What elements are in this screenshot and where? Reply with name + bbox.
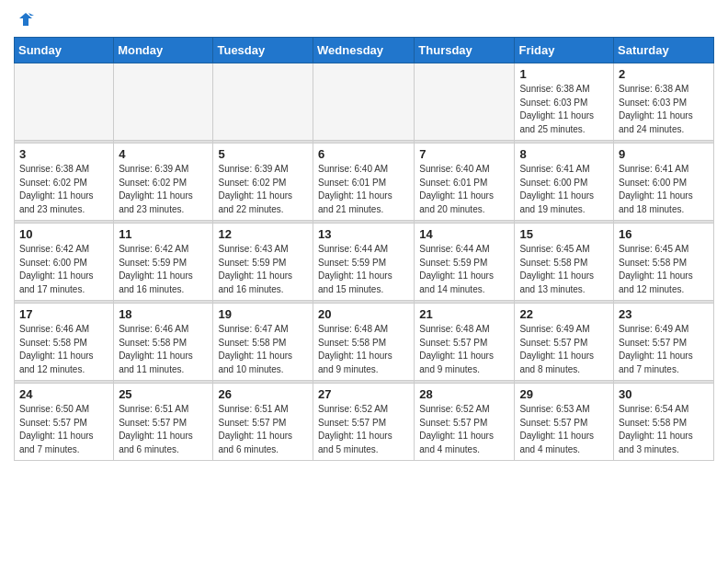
day-info: Sunrise: 6:46 AM Sunset: 5:58 PM Dayligh… [19, 323, 108, 376]
calendar-cell: 23Sunrise: 6:49 AM Sunset: 5:57 PM Dayli… [614, 304, 714, 381]
day-info: Sunrise: 6:44 AM Sunset: 5:59 PM Dayligh… [419, 243, 509, 296]
calendar-cell [114, 63, 213, 141]
day-number: 9 [619, 147, 709, 161]
calendar-cell: 9Sunrise: 6:41 AM Sunset: 6:00 PM Daylig… [614, 144, 714, 221]
calendar-cell: 30Sunrise: 6:54 AM Sunset: 5:58 PM Dayli… [614, 384, 714, 461]
day-number: 23 [619, 307, 709, 321]
calendar-cell: 27Sunrise: 6:52 AM Sunset: 5:57 PM Dayli… [313, 384, 415, 461]
day-info: Sunrise: 6:39 AM Sunset: 6:02 PM Dayligh… [218, 163, 308, 216]
day-number: 3 [19, 147, 108, 161]
calendar-cell: 6Sunrise: 6:40 AM Sunset: 6:01 PM Daylig… [313, 144, 415, 221]
calendar-cell: 3Sunrise: 6:38 AM Sunset: 6:02 PM Daylig… [15, 144, 114, 221]
page: SundayMondayTuesdayWednesdayThursdayFrid… [0, 0, 728, 475]
calendar-cell: 4Sunrise: 6:39 AM Sunset: 6:02 PM Daylig… [114, 144, 213, 221]
day-info: Sunrise: 6:51 AM Sunset: 5:57 PM Dayligh… [119, 403, 208, 456]
day-info: Sunrise: 6:39 AM Sunset: 6:02 PM Dayligh… [119, 163, 208, 216]
day-info: Sunrise: 6:40 AM Sunset: 6:01 PM Dayligh… [318, 163, 409, 216]
day-info: Sunrise: 6:48 AM Sunset: 5:57 PM Dayligh… [419, 323, 509, 376]
calendar-cell: 25Sunrise: 6:51 AM Sunset: 5:57 PM Dayli… [114, 384, 213, 461]
calendar-cell: 28Sunrise: 6:52 AM Sunset: 5:57 PM Dayli… [415, 384, 515, 461]
calendar-cell: 14Sunrise: 6:44 AM Sunset: 5:59 PM Dayli… [415, 224, 515, 301]
day-info: Sunrise: 6:51 AM Sunset: 5:57 PM Dayligh… [218, 403, 308, 456]
day-info: Sunrise: 6:54 AM Sunset: 5:58 PM Dayligh… [619, 403, 709, 456]
day-info: Sunrise: 6:52 AM Sunset: 5:57 PM Dayligh… [419, 403, 509, 456]
day-number: 20 [318, 307, 409, 321]
day-info: Sunrise: 6:38 AM Sunset: 6:03 PM Dayligh… [619, 83, 709, 136]
calendar-cell: 26Sunrise: 6:51 AM Sunset: 5:57 PM Dayli… [213, 384, 313, 461]
calendar-cell [415, 63, 515, 141]
day-info: Sunrise: 6:49 AM Sunset: 5:57 PM Dayligh… [519, 323, 609, 376]
day-info: Sunrise: 6:41 AM Sunset: 6:00 PM Dayligh… [519, 163, 609, 216]
day-number: 8 [519, 147, 609, 161]
logo-bird-icon [16, 9, 36, 29]
calendar-cell: 18Sunrise: 6:46 AM Sunset: 5:58 PM Dayli… [114, 304, 213, 381]
day-info: Sunrise: 6:46 AM Sunset: 5:58 PM Dayligh… [119, 323, 208, 376]
calendar-cell: 22Sunrise: 6:49 AM Sunset: 5:57 PM Dayli… [515, 304, 614, 381]
calendar-cell [213, 63, 313, 141]
day-info: Sunrise: 6:45 AM Sunset: 5:58 PM Dayligh… [619, 243, 709, 296]
calendar-week-4: 17Sunrise: 6:46 AM Sunset: 5:58 PM Dayli… [15, 304, 714, 381]
calendar-cell: 15Sunrise: 6:45 AM Sunset: 5:58 PM Dayli… [515, 224, 614, 301]
calendar-cell [15, 63, 114, 141]
day-number: 28 [419, 387, 509, 401]
calendar-cell [313, 63, 415, 141]
day-info: Sunrise: 6:43 AM Sunset: 5:59 PM Dayligh… [218, 243, 308, 296]
day-number: 5 [218, 147, 308, 161]
weekday-header-friday: Friday [515, 38, 614, 63]
day-info: Sunrise: 6:47 AM Sunset: 5:58 PM Dayligh… [218, 323, 308, 376]
day-number: 7 [419, 147, 509, 161]
day-number: 25 [119, 387, 208, 401]
calendar-week-1: 1Sunrise: 6:38 AM Sunset: 6:03 PM Daylig… [15, 63, 714, 141]
weekday-header-monday: Monday [114, 38, 213, 63]
day-number: 13 [318, 227, 409, 241]
day-info: Sunrise: 6:53 AM Sunset: 5:57 PM Dayligh… [519, 403, 609, 456]
day-info: Sunrise: 6:50 AM Sunset: 5:57 PM Dayligh… [19, 403, 108, 456]
day-number: 14 [419, 227, 509, 241]
calendar-cell: 21Sunrise: 6:48 AM Sunset: 5:57 PM Dayli… [415, 304, 515, 381]
day-info: Sunrise: 6:42 AM Sunset: 6:00 PM Dayligh… [19, 243, 108, 296]
day-number: 27 [318, 387, 409, 401]
calendar-cell: 5Sunrise: 6:39 AM Sunset: 6:02 PM Daylig… [213, 144, 313, 221]
calendar-cell: 12Sunrise: 6:43 AM Sunset: 5:59 PM Dayli… [213, 224, 313, 301]
calendar-cell: 17Sunrise: 6:46 AM Sunset: 5:58 PM Dayli… [15, 304, 114, 381]
day-number: 15 [519, 227, 609, 241]
day-info: Sunrise: 6:52 AM Sunset: 5:57 PM Dayligh… [318, 403, 409, 456]
day-info: Sunrise: 6:38 AM Sunset: 6:03 PM Dayligh… [519, 83, 609, 136]
day-number: 18 [119, 307, 208, 321]
day-number: 24 [19, 387, 108, 401]
header [14, 9, 714, 29]
day-number: 26 [218, 387, 308, 401]
calendar-cell: 8Sunrise: 6:41 AM Sunset: 6:00 PM Daylig… [515, 144, 614, 221]
logo [14, 9, 36, 29]
day-info: Sunrise: 6:44 AM Sunset: 5:59 PM Dayligh… [318, 243, 409, 296]
calendar-cell: 16Sunrise: 6:45 AM Sunset: 5:58 PM Dayli… [614, 224, 714, 301]
day-number: 17 [19, 307, 108, 321]
day-number: 19 [218, 307, 308, 321]
svg-marker-1 [28, 13, 34, 16]
day-number: 4 [119, 147, 208, 161]
calendar-cell: 10Sunrise: 6:42 AM Sunset: 6:00 PM Dayli… [15, 224, 114, 301]
day-info: Sunrise: 6:45 AM Sunset: 5:58 PM Dayligh… [519, 243, 609, 296]
day-number: 22 [519, 307, 609, 321]
weekday-header-saturday: Saturday [614, 38, 714, 63]
day-info: Sunrise: 6:49 AM Sunset: 5:57 PM Dayligh… [619, 323, 709, 376]
calendar-cell: 20Sunrise: 6:48 AM Sunset: 5:58 PM Dayli… [313, 304, 415, 381]
day-number: 29 [519, 387, 609, 401]
day-info: Sunrise: 6:41 AM Sunset: 6:00 PM Dayligh… [619, 163, 709, 216]
day-info: Sunrise: 6:38 AM Sunset: 6:02 PM Dayligh… [19, 163, 108, 216]
calendar-table: SundayMondayTuesdayWednesdayThursdayFrid… [14, 37, 714, 461]
calendar-cell: 29Sunrise: 6:53 AM Sunset: 5:57 PM Dayli… [515, 384, 614, 461]
calendar-cell: 13Sunrise: 6:44 AM Sunset: 5:59 PM Dayli… [313, 224, 415, 301]
calendar-cell: 2Sunrise: 6:38 AM Sunset: 6:03 PM Daylig… [614, 63, 714, 141]
calendar-week-2: 3Sunrise: 6:38 AM Sunset: 6:02 PM Daylig… [15, 144, 714, 221]
calendar-cell: 19Sunrise: 6:47 AM Sunset: 5:58 PM Dayli… [213, 304, 313, 381]
day-number: 2 [619, 67, 709, 81]
day-number: 10 [19, 227, 108, 241]
day-number: 11 [119, 227, 208, 241]
day-number: 1 [519, 67, 609, 81]
weekday-header-sunday: Sunday [15, 38, 114, 63]
day-info: Sunrise: 6:40 AM Sunset: 6:01 PM Dayligh… [419, 163, 509, 216]
calendar-cell: 7Sunrise: 6:40 AM Sunset: 6:01 PM Daylig… [415, 144, 515, 221]
day-info: Sunrise: 6:48 AM Sunset: 5:58 PM Dayligh… [318, 323, 409, 376]
weekday-header-wednesday: Wednesday [313, 38, 415, 63]
